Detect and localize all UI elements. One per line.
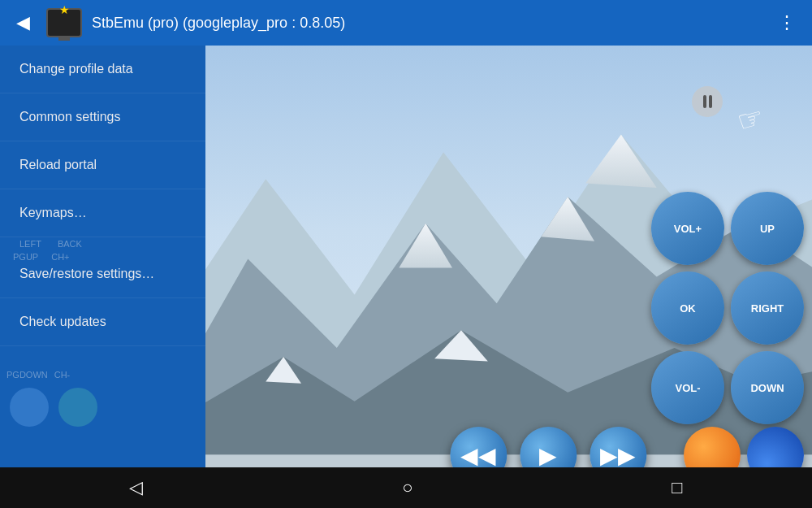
down-button[interactable]: DOWN bbox=[731, 351, 804, 424]
content-area: ☞ VOL+ UP OK RIGHT VOL- DOWN ◀◀ ▶ ▶▶ bbox=[205, 46, 812, 508]
left-hint: LEFT bbox=[19, 239, 41, 249]
play-icon: ▶ bbox=[539, 442, 557, 469]
video-background: ☞ VOL+ UP OK RIGHT VOL- DOWN ◀◀ ▶ ▶▶ bbox=[205, 46, 812, 508]
up-button[interactable]: UP bbox=[731, 192, 804, 265]
pgdown-hint: PGDOWN bbox=[6, 370, 48, 380]
vol-plus-button[interactable]: VOL+ bbox=[651, 192, 724, 265]
bubble-right bbox=[58, 388, 97, 427]
sidebar-item-check-updates[interactable]: Check updates bbox=[0, 298, 205, 346]
keymap-hints-mid: PGUP CH+ bbox=[0, 249, 205, 265]
chminus-hint: CH- bbox=[54, 370, 71, 380]
fastforward-icon: ▶▶ bbox=[600, 442, 636, 469]
sidebar-item-change-profile[interactable]: Change profile data bbox=[0, 46, 205, 93]
app-logo-wrap: ★ bbox=[46, 8, 82, 37]
pgup-hint: PGUP bbox=[13, 252, 38, 262]
pause-bar-right bbox=[709, 95, 712, 108]
keymap-hints-bot: PGDOWN CH- bbox=[0, 367, 205, 427]
nav-home-button[interactable]: ○ bbox=[402, 477, 412, 498]
dpad-area: VOL+ UP OK RIGHT VOL- DOWN bbox=[651, 192, 804, 424]
bubble-left bbox=[10, 388, 49, 427]
star-badge: ★ bbox=[59, 3, 70, 16]
vol-minus-button[interactable]: VOL- bbox=[651, 351, 724, 424]
back-button[interactable]: ◀ bbox=[10, 9, 37, 37]
sidebar: Change profile data Common settings Relo… bbox=[0, 46, 205, 508]
sidebar-item-common-settings[interactable]: Common settings bbox=[0, 93, 205, 141]
ok-button[interactable]: OK bbox=[651, 271, 724, 345]
right-button[interactable]: RIGHT bbox=[731, 271, 804, 345]
sidebar-item-keymaps[interactable]: Keymaps… bbox=[0, 189, 205, 237]
main-area: Change profile data Common settings Relo… bbox=[0, 46, 812, 508]
chplus-hint: CH+ bbox=[51, 252, 69, 262]
more-options-button[interactable]: ⋮ bbox=[771, 9, 802, 37]
nav-back-button[interactable]: ◁ bbox=[129, 477, 143, 498]
pause-button[interactable] bbox=[692, 86, 723, 117]
app-title: StbEmu (pro) (googleplay_pro : 0.8.05) bbox=[92, 15, 762, 32]
pause-icon bbox=[703, 95, 712, 108]
nav-bar: ◁ ○ □ bbox=[0, 467, 812, 508]
pause-bar-left bbox=[703, 95, 706, 108]
sidebar-item-reload-portal[interactable]: Reload portal bbox=[0, 141, 205, 189]
back-hint: BACK bbox=[58, 239, 82, 249]
rewind-icon: ◀◀ bbox=[460, 442, 496, 469]
top-bar: ◀ ★ StbEmu (pro) (googleplay_pro : 0.8.0… bbox=[0, 0, 812, 46]
nav-recents-button[interactable]: □ bbox=[672, 477, 682, 498]
